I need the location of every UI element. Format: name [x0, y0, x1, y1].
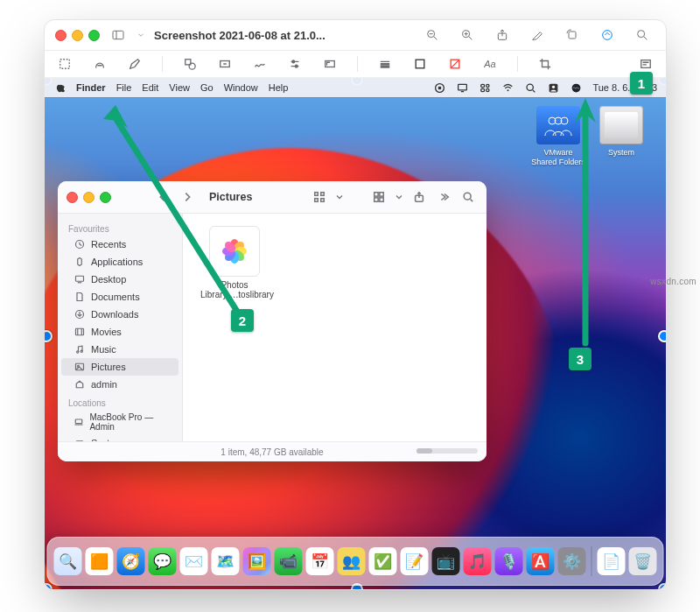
control-center-icon[interactable]	[479, 81, 491, 94]
back-button[interactable]	[153, 187, 172, 207]
description-tool[interactable]	[638, 56, 654, 72]
zoom-button[interactable]	[100, 192, 111, 203]
svg-point-13	[638, 31, 645, 38]
desktop-icon-vmware[interactable]: VMware Shared Folders	[531, 106, 585, 167]
desktop-icon-label: VMware Shared Folders	[531, 148, 585, 166]
siri-icon[interactable]	[570, 81, 582, 94]
shapes-tool[interactable]	[182, 56, 198, 72]
wifi-icon[interactable]	[501, 81, 514, 94]
dock-icon[interactable]: 🗺️	[212, 547, 240, 575]
sidebar-item-documents[interactable]: Documents	[61, 288, 178, 306]
finder-content[interactable]: Photos Library….toslibrary	[183, 214, 486, 441]
dock-icon[interactable]: 🖼️	[243, 547, 271, 575]
menu-edit[interactable]: Edit	[142, 82, 158, 93]
svg-line-14	[644, 37, 647, 39]
forward-button[interactable]	[178, 187, 197, 207]
sidebar-toggle-button[interactable]	[108, 25, 128, 45]
border-color-tool[interactable]	[412, 56, 428, 72]
sidebar-item-downloads[interactable]: Downloads	[61, 306, 178, 323]
desktop-icon-system[interactable]: System	[594, 106, 648, 158]
svg-rect-56	[374, 193, 378, 196]
dock-icon[interactable]: 🗑️	[629, 547, 657, 575]
dock-icon[interactable]: 🎵	[464, 547, 492, 575]
dock-icon[interactable]: ⚙️	[558, 547, 586, 575]
dock-icon[interactable]: 👥	[338, 547, 366, 575]
more-button[interactable]	[434, 187, 453, 207]
line-style-tool[interactable]	[377, 56, 393, 72]
menu-go[interactable]: Go	[200, 82, 214, 93]
sidebar-item-macbook[interactable]: MacBook Pro — Admin	[61, 410, 178, 434]
dock-icon[interactable]: 📹	[275, 547, 303, 575]
menu-window[interactable]: Window	[224, 82, 258, 93]
svg-point-47	[552, 85, 555, 88]
search-button[interactable]	[458, 187, 478, 207]
dock-icon[interactable]: 🔍	[54, 547, 82, 575]
dock-icon[interactable]: 🅰️	[527, 547, 555, 575]
view-icons-button[interactable]	[310, 187, 329, 207]
dock-icon[interactable]: ✉️	[180, 547, 208, 575]
disk-space-slider[interactable]	[416, 448, 478, 454]
chevron-down-icon[interactable]	[394, 187, 404, 207]
dock-icon[interactable]: 📄	[598, 547, 626, 575]
close-button[interactable]	[66, 192, 78, 203]
minimize-button[interactable]	[72, 30, 83, 41]
svg-rect-39	[481, 84, 485, 87]
file-photos-library[interactable]: Photos Library….toslibrary	[200, 226, 269, 299]
svg-line-6	[469, 37, 472, 39]
sidebar-item-recents[interactable]: Recents	[61, 236, 178, 253]
pencil-tool[interactable]	[127, 56, 143, 72]
zoom-button[interactable]	[88, 30, 100, 41]
search-button[interactable]	[633, 25, 652, 45]
close-button[interactable]	[55, 30, 66, 41]
crop-tool[interactable]	[537, 56, 553, 72]
highlight-button[interactable]	[528, 25, 547, 45]
share-button[interactable]	[493, 25, 512, 45]
minimize-button[interactable]	[83, 192, 94, 203]
text-tool[interactable]	[217, 56, 233, 72]
sidebar-item-pictures[interactable]: Pictures	[61, 358, 178, 376]
fill-color-tool[interactable]	[447, 56, 463, 72]
dock-icon[interactable]: 📅	[306, 547, 334, 575]
dock-icon[interactable]: 💬	[149, 547, 177, 575]
sidebar-item-applications[interactable]: Applications	[61, 253, 178, 271]
sidebar-item-desktop[interactable]: Desktop	[61, 271, 178, 288]
instant-alpha-tool[interactable]	[92, 56, 108, 72]
menu-file[interactable]: File	[116, 82, 132, 93]
adjust-color-tool[interactable]	[287, 56, 303, 72]
dock-icon[interactable]: 📺	[432, 547, 460, 575]
document-title: Screenshot 2021-06-08 at 21.0...	[154, 29, 326, 42]
svg-point-44	[527, 84, 533, 90]
group-button[interactable]	[369, 187, 388, 207]
stop-icon[interactable]	[433, 81, 445, 94]
sidebar-item-admin[interactable]: admin	[61, 376, 178, 393]
dock-icon[interactable]: ✅	[369, 547, 397, 575]
annotation-badge-1: 1	[630, 72, 653, 95]
chevron-down-icon[interactable]	[334, 187, 345, 207]
share-button[interactable]	[410, 187, 429, 207]
sidebar-item-system-disk[interactable]: System	[61, 434, 178, 441]
menu-help[interactable]: Help	[269, 82, 289, 93]
user-icon[interactable]	[547, 81, 559, 94]
dock-icon[interactable]: 🎙️	[495, 547, 523, 575]
sidebar-item-music[interactable]: Music	[61, 341, 178, 358]
rotate-button[interactable]	[563, 25, 582, 45]
sign-tool[interactable]	[252, 56, 268, 72]
selection-tool[interactable]	[57, 56, 73, 72]
spotlight-icon[interactable]	[524, 81, 536, 94]
zoom-out-button[interactable]	[423, 25, 442, 45]
svg-rect-36	[438, 86, 441, 88]
markup-button[interactable]	[598, 25, 617, 45]
adjust-size-tool[interactable]	[322, 56, 338, 72]
display-icon[interactable]	[456, 81, 468, 94]
apple-menu-icon[interactable]	[53, 81, 66, 94]
chevron-down-icon[interactable]	[136, 25, 145, 45]
dock-icon[interactable]: 🟧	[86, 547, 114, 575]
text-style-tool[interactable]: Aa	[482, 56, 498, 72]
dock-icon[interactable]: 📝	[401, 547, 429, 575]
dock-icon[interactable]: 🧭	[117, 547, 145, 575]
menu-view[interactable]: View	[169, 82, 190, 93]
svg-rect-57	[380, 193, 383, 196]
sidebar-item-movies[interactable]: Movies	[61, 323, 178, 341]
zoom-in-button[interactable]	[458, 25, 477, 45]
app-menu-finder[interactable]: Finder	[76, 82, 106, 93]
